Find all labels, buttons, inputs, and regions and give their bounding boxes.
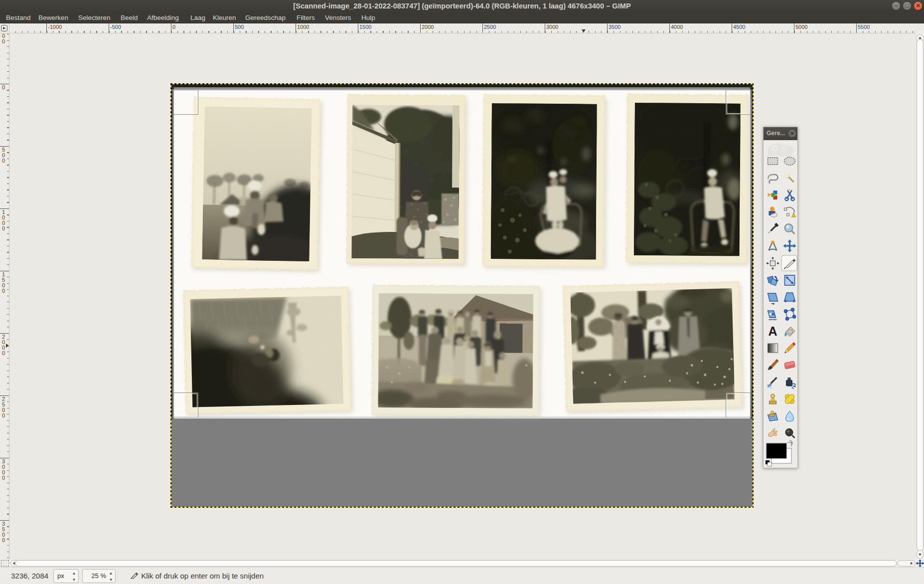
svg-text:A: A — [768, 324, 777, 338]
